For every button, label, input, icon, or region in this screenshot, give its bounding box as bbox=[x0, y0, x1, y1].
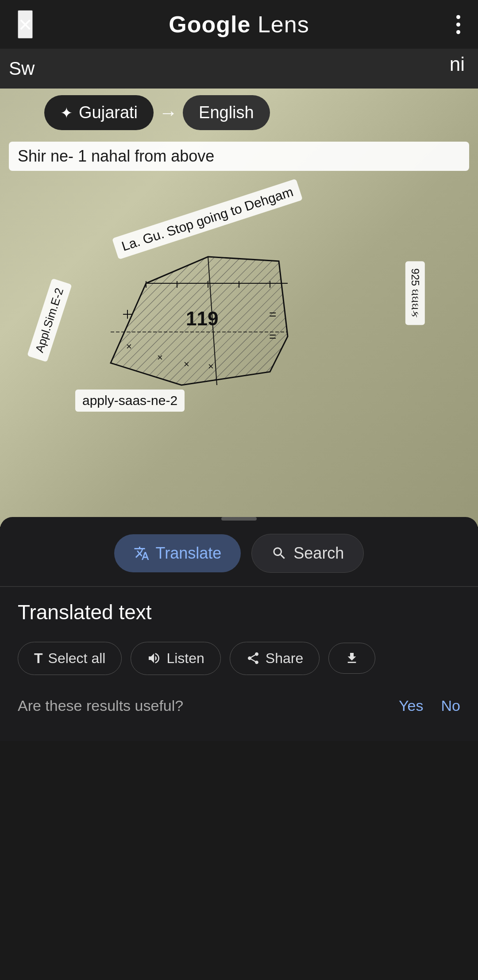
search-icon bbox=[271, 545, 287, 561]
source-language-pill[interactable]: ✦ Gujarati bbox=[44, 95, 154, 130]
select-all-button[interactable]: T Select all bbox=[18, 642, 122, 675]
feedback-no-button[interactable]: No bbox=[441, 697, 460, 714]
search-tab[interactable]: Search bbox=[251, 534, 364, 573]
svg-text:×: × bbox=[184, 359, 189, 370]
section-divider bbox=[0, 586, 478, 587]
tab-row: Translate Search bbox=[0, 534, 478, 586]
select-all-icon: T bbox=[34, 650, 43, 667]
translate-icon bbox=[134, 545, 150, 561]
ni-text: ni bbox=[450, 53, 465, 75]
feedback-question: Are these results useful? bbox=[18, 697, 183, 714]
translate-tab-label: Translate bbox=[156, 544, 222, 563]
listen-icon bbox=[147, 651, 161, 665]
drag-handle[interactable] bbox=[221, 517, 257, 521]
source-language-label: Gujarati bbox=[79, 103, 138, 122]
share-button[interactable]: Share bbox=[230, 642, 320, 675]
listen-button[interactable]: Listen bbox=[131, 642, 220, 675]
feedback-yes-button[interactable]: Yes bbox=[399, 697, 423, 714]
language-selector[interactable]: ✦ Gujarati → English bbox=[44, 95, 270, 130]
translated-text-section: Translated text T Select all Listen Shar… bbox=[0, 600, 478, 714]
svg-text:×: × bbox=[126, 341, 132, 352]
translation-overlay-text: Shir ne- 1 nahal from above bbox=[9, 142, 469, 171]
svg-text:=: = bbox=[269, 330, 276, 343]
svg-text:119: 119 bbox=[186, 308, 218, 329]
top-bar: × Google Lens bbox=[0, 0, 478, 49]
download-icon bbox=[345, 651, 359, 665]
action-buttons-row: T Select all Listen Share bbox=[18, 642, 460, 675]
close-button[interactable]: × bbox=[18, 10, 33, 39]
svg-text:×: × bbox=[208, 361, 214, 372]
feedback-row: Are these results useful? Yes No bbox=[18, 697, 460, 714]
label-right: 925 ઘઘઘક bbox=[405, 261, 425, 325]
document-header-bar: Sw bbox=[0, 49, 478, 89]
header-sw-text: Sw bbox=[9, 58, 35, 79]
label-saas: apply-saas-ne-2 bbox=[75, 390, 185, 412]
app-title: Google Lens bbox=[169, 11, 309, 38]
target-language-pill[interactable]: English bbox=[183, 95, 270, 130]
camera-preview: Sw ni ✦ Gujarati → English Shir ne- 1 na… bbox=[0, 49, 478, 527]
search-tab-label: Search bbox=[293, 544, 344, 563]
translate-tab[interactable]: Translate bbox=[114, 534, 241, 572]
share-label: Share bbox=[266, 650, 303, 667]
map-drawing-area: × × × × = = 119 La. Gu. Stop going to De… bbox=[22, 173, 456, 491]
select-all-label: Select all bbox=[48, 650, 106, 667]
share-icon bbox=[246, 651, 260, 665]
download-button[interactable] bbox=[328, 643, 375, 674]
target-language-label: English bbox=[199, 103, 254, 122]
listen-label: Listen bbox=[166, 650, 204, 667]
overflow-menu-button[interactable] bbox=[456, 15, 460, 34]
feedback-buttons: Yes No bbox=[399, 697, 460, 714]
svg-text:×: × bbox=[157, 352, 163, 363]
sparkle-icon: ✦ bbox=[60, 104, 73, 122]
arrow-icon: → bbox=[159, 102, 177, 123]
svg-text:=: = bbox=[269, 308, 276, 321]
bottom-sheet: Translate Search Translated text T Selec… bbox=[0, 517, 478, 741]
translated-text-title: Translated text bbox=[18, 600, 460, 624]
